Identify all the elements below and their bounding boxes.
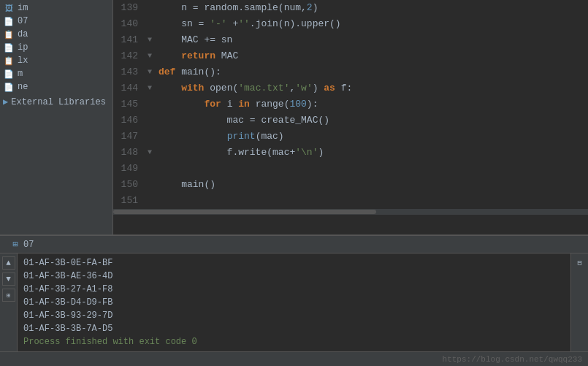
sidebar-item-im[interactable]: 🖼 im: [0, 1, 112, 15]
sidebar-item-lx[interactable]: 📋 lx: [0, 54, 112, 67]
code-line-150: 150 main(): [113, 177, 588, 193]
str-mac-txt: 'mac.txt': [238, 83, 289, 94]
file-icon-07: 📄: [3, 15, 15, 27]
line-content-141: MAC += sn: [156, 32, 588, 48]
sidebar-item-da[interactable]: 📋 da: [0, 28, 112, 41]
tool-btn-1[interactable]: ⊟: [573, 256, 587, 270]
console-toolbar: ⊞ 07: [0, 236, 588, 253]
kw-as: as: [324, 83, 335, 94]
line-content-145: for i in range(100):: [156, 96, 588, 113]
external-libraries[interactable]: ▶ External Libraries: [0, 95, 112, 109]
line-num-145: 145: [113, 96, 144, 113]
external-libraries-label: External Libraries: [11, 97, 106, 107]
terminal-icon: ⊞: [10, 240, 20, 250]
code-lines: 139 n = random.sample(num,2) 140 sn = '-…: [113, 0, 588, 209]
console-area: ⊞ 07 ▲ ▼ ⊞ 01-AF-3B-0E-FA-BF 01-AF-3B-AE…: [0, 235, 588, 351]
sidebar-label-da: da: [18, 29, 28, 39]
code-line-146: 146 mac = create_MAC(): [113, 113, 588, 129]
line-content-144: with open('mac.txt','w') as f:: [156, 80, 588, 96]
line-num-140: 140: [113, 16, 144, 32]
console-line-5: 01-AF-3B-93-29-7D: [23, 309, 565, 322]
fold-icon-141[interactable]: ▼: [148, 32, 152, 48]
console-tools: ⊟: [570, 253, 588, 351]
horizontal-scrollbar[interactable]: [113, 209, 588, 215]
console-tab-07[interactable]: ⊞ 07: [4, 238, 39, 251]
sidebar-label-im: im: [18, 3, 28, 13]
line-num-144: 144: [113, 80, 144, 96]
fold-icon-144[interactable]: ▼: [148, 80, 152, 96]
code-line-151: 151: [113, 193, 588, 209]
line-content-142: return MAC: [156, 48, 588, 64]
console-line-6: 01-AF-3B-3B-7A-D5: [23, 322, 565, 335]
console-content: ▲ ▼ ⊞ 01-AF-3B-0E-FA-BF 01-AF-3B-AE-36-4…: [0, 253, 588, 351]
line-num-150: 150: [113, 177, 144, 193]
line-num-151: 151: [113, 193, 144, 209]
console-line-3: 01-AF-3B-27-A1-F8: [23, 283, 565, 296]
code-line-141: 141 ▼ MAC += sn: [113, 32, 588, 48]
line-content-151: [156, 193, 588, 209]
line-num-141: 141: [113, 32, 144, 48]
gutter-141: ▼: [144, 32, 156, 48]
sidebar-label-07: 07: [18, 16, 28, 26]
file-icon-m: 📄: [3, 68, 15, 80]
scrollbar-thumb[interactable]: [113, 210, 376, 214]
sidebar-label-ne: ne: [18, 82, 28, 92]
str-w: 'w': [295, 83, 312, 94]
status-url: https://blog.csdn.net/qwqq233: [443, 355, 582, 364]
sidebar-item-ip[interactable]: 📄 ip: [0, 41, 112, 54]
line-num-146: 146: [113, 113, 144, 129]
code-area: 139 n = random.sample(num,2) 140 sn = '-…: [113, 0, 588, 235]
kw-in: in: [238, 99, 250, 110]
nav-down-button[interactable]: ▼: [2, 272, 15, 286]
line-content-139: n = random.sample(num,2): [156, 0, 588, 16]
kw-with: with: [181, 83, 204, 94]
gutter-143: ▼: [144, 64, 156, 80]
str-newline: '\n': [295, 147, 318, 158]
line-num-148: 148: [113, 145, 144, 161]
sidebar-label-ip: ip: [18, 42, 28, 53]
console-output: 01-AF-3B-0E-FA-BF 01-AF-3B-AE-36-4D 01-A…: [18, 253, 570, 351]
file-icon-lx: 📋: [3, 55, 15, 66]
code-line-139: 139 n = random.sample(num,2): [113, 0, 588, 16]
console-status-line: Process finished with exit code 0: [23, 335, 565, 348]
sidebar-item-07[interactable]: 📄 07: [0, 15, 112, 28]
code-line-142: 142 ▼ return MAC: [113, 48, 588, 64]
kw-return: return: [181, 50, 215, 61]
nav-up-button[interactable]: ▲: [2, 256, 15, 270]
fold-icon-142[interactable]: ▼: [148, 48, 152, 64]
gutter-148: ▼: [144, 145, 156, 161]
file-icon-da: 📋: [3, 28, 15, 40]
line-content-140: sn = '-' +''.join(n).upper(): [156, 16, 588, 32]
sidebar-item-m[interactable]: 📄 m: [0, 67, 112, 80]
status-bar: https://blog.csdn.net/qwqq233: [0, 351, 588, 366]
kw-for: for: [204, 99, 221, 110]
fold-icon-148[interactable]: ▼: [148, 145, 152, 161]
sidebar: 🖼 im 📄 07 📋 da 📄 ip 📋 lx 📄 m 📄 ne ▶: [0, 0, 113, 235]
console-line-1: 01-AF-3B-0E-FA-BF: [23, 256, 565, 270]
sidebar-item-ne[interactable]: 📄 ne: [0, 80, 112, 94]
num-100: 100: [289, 99, 306, 110]
kw-def: def: [159, 66, 175, 77]
code-line-149: 149: [113, 161, 588, 177]
code-line-144: 144 ▼ with open('mac.txt','w') as f:: [113, 80, 588, 96]
console-line-2: 01-AF-3B-AE-36-4D: [23, 270, 565, 283]
code-line-147: 147 print(mac): [113, 129, 588, 145]
console-line-4: 01-AF-3B-D4-D9-FB: [23, 296, 565, 309]
line-num-142: 142: [113, 48, 144, 64]
sidebar-label-m: m: [18, 69, 23, 79]
gutter-147: [144, 129, 156, 145]
line-content-148: f.write(mac+'\n'): [156, 145, 588, 161]
gutter-150: [144, 177, 156, 193]
console-nav: ▲ ▼ ⊞: [0, 253, 18, 351]
nav-special-button[interactable]: ⊞: [2, 289, 15, 302]
line-num-147: 147: [113, 129, 144, 145]
builtin-print: print: [227, 131, 256, 142]
sidebar-label-lx: lx: [18, 56, 28, 66]
line-content-147: print(mac): [156, 129, 588, 145]
fold-icon-143[interactable]: ▼: [148, 64, 152, 80]
expand-icon: ▶: [3, 96, 8, 107]
line-num-149: 149: [113, 161, 144, 177]
gutter-142: ▼: [144, 48, 156, 64]
gutter-146: [144, 113, 156, 129]
line-content-146: mac = create_MAC(): [156, 113, 588, 129]
